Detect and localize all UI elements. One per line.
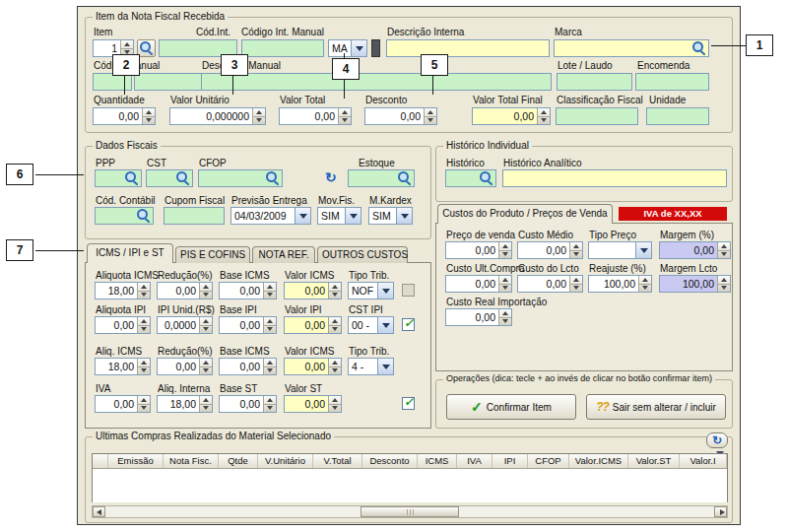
column-header[interactable]: IPI xyxy=(492,454,528,468)
custo-ult-compra-input[interactable]: 0,00 xyxy=(445,275,512,293)
marca-field[interactable] xyxy=(554,39,709,57)
spinner[interactable] xyxy=(498,242,511,258)
spinner[interactable] xyxy=(498,276,511,292)
valor-total-final-input[interactable]: 0,00 xyxy=(472,107,551,125)
cst-ipi-combo[interactable]: 00 - xyxy=(348,316,394,334)
previsao-entrega-combo[interactable]: 04/03/2009 xyxy=(230,207,311,225)
scroll-right-button[interactable] xyxy=(714,506,727,517)
aliquota-icms-input[interactable]: 18,00 xyxy=(95,282,151,299)
custo-lcto-input[interactable]: 0,00 xyxy=(517,275,583,293)
estoque-field[interactable] xyxy=(348,169,415,187)
column-header[interactable]: Qtde xyxy=(219,454,258,468)
column-header[interactable]: Emissão xyxy=(108,454,164,468)
base-icms-st-input[interactable]: 0,00 xyxy=(219,358,277,375)
dropdown-button[interactable] xyxy=(351,40,366,56)
base-icms-input[interactable]: 0,00 xyxy=(219,282,277,299)
m-kardex-combo[interactable]: SIM xyxy=(368,207,413,225)
spinner[interactable] xyxy=(328,396,341,412)
base-st-input[interactable]: 0,00 xyxy=(219,395,277,413)
spinner[interactable] xyxy=(498,309,511,325)
sair-button[interactable]: ??Sair sem alterar / incluir xyxy=(586,394,726,420)
valor-total-input[interactable]: 0,00 xyxy=(279,107,352,125)
spinner[interactable] xyxy=(569,242,582,258)
spinner[interactable] xyxy=(537,108,550,124)
unidade-field[interactable] xyxy=(646,107,709,125)
scroll-left-button[interactable] xyxy=(93,506,105,517)
valor-ipi-input[interactable]: 0,00 xyxy=(284,316,342,334)
valor-icms-st-input[interactable]: 0,00 xyxy=(284,358,342,375)
tipo-trib-st-combo[interactable]: 4 - xyxy=(348,358,394,375)
descricao-manual-field[interactable] xyxy=(201,73,552,91)
spinner[interactable] xyxy=(569,276,582,292)
aliq-interna-input[interactable]: 18,00 xyxy=(157,395,213,413)
horizontal-scrollbar[interactable] xyxy=(92,505,728,518)
cupom-fiscal-field[interactable] xyxy=(164,207,225,225)
desconto-input[interactable]: 0,00 xyxy=(364,107,437,125)
descricao-interna-field[interactable] xyxy=(386,39,550,57)
cst-field[interactable] xyxy=(146,169,193,187)
preco-venda-input[interactable]: 0,00 xyxy=(445,241,512,259)
base-ipi-input[interactable]: 0,00 xyxy=(219,316,277,334)
spinner[interactable] xyxy=(717,276,730,292)
spinner[interactable] xyxy=(263,317,276,333)
column-header[interactable]: ICMS xyxy=(418,454,457,468)
scrollbar-thumb[interactable] xyxy=(361,506,459,517)
valor-st-checkbox[interactable] xyxy=(402,397,415,410)
dropdown-button[interactable] xyxy=(635,242,651,258)
column-header[interactable] xyxy=(93,454,108,468)
spinner[interactable] xyxy=(137,283,150,299)
spinner[interactable] xyxy=(328,283,341,299)
dropdown-button[interactable] xyxy=(295,208,310,224)
column-header[interactable]: Valor.I xyxy=(680,454,727,468)
spinner[interactable] xyxy=(424,108,436,124)
codigo-int-manual-field[interactable] xyxy=(241,39,324,57)
spinner[interactable] xyxy=(328,359,341,374)
column-header[interactable]: Nota Fisc. xyxy=(164,454,219,468)
tab-outros-custos[interactable]: OUTROS CUSTOS xyxy=(317,246,408,263)
valor-st-input[interactable]: 0,00 xyxy=(284,395,342,413)
spinner[interactable] xyxy=(717,242,730,258)
cod-contabil-field[interactable] xyxy=(95,207,154,225)
custo-real-importacao-input[interactable]: 0,00 xyxy=(445,308,512,326)
spinner[interactable] xyxy=(638,276,651,292)
historico-analitico-field[interactable] xyxy=(502,169,727,187)
reajuste-input[interactable]: 100,00 xyxy=(588,275,652,293)
confirmar-item-button[interactable]: ✓Confirmar Item xyxy=(446,394,576,420)
margem-lcto-input[interactable]: 100,00 xyxy=(659,275,731,293)
tab-custos-produto[interactable]: Custos do Produto / Preços de Venda xyxy=(437,204,613,224)
dropdown-button[interactable] xyxy=(396,208,412,224)
valor-unitario-input[interactable]: 0,000000 xyxy=(169,107,266,125)
column-header[interactable]: Valor.ST xyxy=(628,454,680,468)
spinner[interactable] xyxy=(142,108,155,124)
column-header[interactable]: V.Unitário xyxy=(258,454,313,468)
spinner[interactable] xyxy=(199,359,212,374)
tipo-preco-combo[interactable] xyxy=(588,241,652,259)
ipi-unid-input[interactable]: 0,0000 xyxy=(157,316,213,334)
spinner[interactable] xyxy=(137,317,150,333)
lote-laudo-field[interactable] xyxy=(557,73,632,91)
reducao-st-input[interactable]: 0,00 xyxy=(157,358,213,375)
ppp-field[interactable] xyxy=(95,169,142,187)
spinner[interactable] xyxy=(263,359,276,374)
aliquota-ipi-input[interactable]: 0,00 xyxy=(95,316,151,334)
encomenda-field[interactable] xyxy=(635,73,709,91)
reducao-icms-input[interactable]: 0,00 xyxy=(157,282,213,299)
spinner[interactable] xyxy=(199,396,212,412)
historico-field[interactable] xyxy=(445,169,496,187)
spinner[interactable] xyxy=(137,396,150,412)
tipo-trib-combo[interactable]: NOF xyxy=(348,282,394,299)
custo-medio-input[interactable]: 0,00 xyxy=(517,241,583,259)
spinner[interactable] xyxy=(328,317,341,333)
spinner[interactable] xyxy=(252,108,265,124)
cst-ipi-checkbox[interactable] xyxy=(402,318,415,331)
column-header[interactable]: Desconto xyxy=(362,454,418,468)
spinner[interactable] xyxy=(338,108,351,124)
classificacao-fiscal-field[interactable] xyxy=(556,107,638,125)
column-header[interactable]: V.Total xyxy=(313,454,362,468)
column-header[interactable]: Valor.ICMS xyxy=(569,454,628,468)
dropdown-button[interactable] xyxy=(377,317,393,333)
dropdown-button[interactable] xyxy=(377,283,393,299)
mov-fis-combo[interactable]: SIM xyxy=(317,207,361,225)
margem-input[interactable]: 0,00 xyxy=(659,241,731,259)
dropdown-button[interactable] xyxy=(345,208,361,224)
